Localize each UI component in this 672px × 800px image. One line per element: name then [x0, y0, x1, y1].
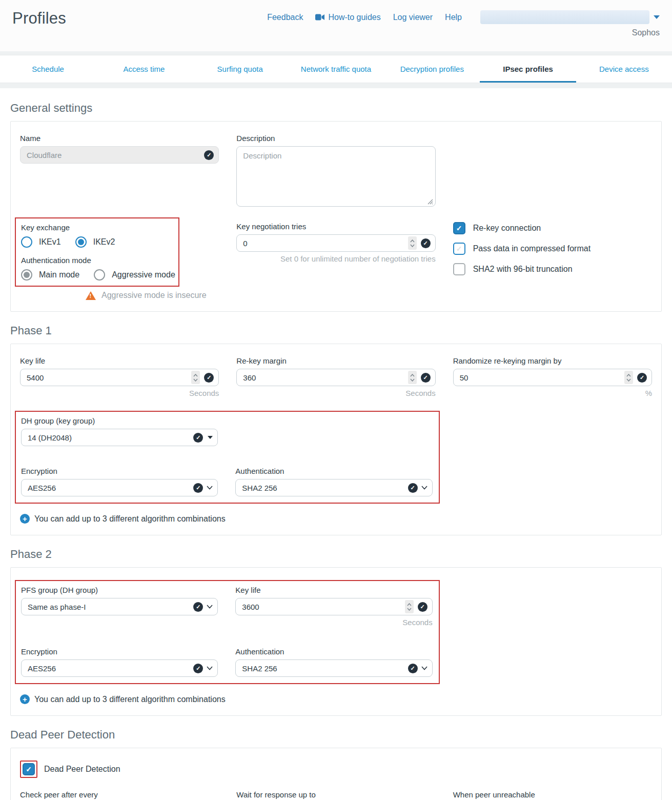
plus-icon[interactable]: +: [20, 694, 30, 704]
phase1-randomize-input[interactable]: 50 ✓: [453, 369, 652, 386]
phase1-key-life-field: Key life 5400 ✓ Seconds: [20, 356, 219, 397]
compressed-format-option[interactable]: ✓ Pass data in compressed format: [453, 243, 652, 255]
valid-check-icon: ✓: [193, 664, 203, 673]
phase1-authentication-select[interactable]: SHA2 256 ✓: [235, 479, 432, 496]
stepper-icon[interactable]: [408, 236, 417, 250]
dpd-card: ✓ Dead Peer Detection Check peer after e…: [10, 748, 662, 800]
warning-icon: [86, 291, 96, 300]
dpd-checkbox-annotation: ✓: [20, 761, 37, 778]
phase1-key-life-input[interactable]: 5400 ✓: [20, 369, 219, 386]
tab-device-access[interactable]: Device access: [576, 55, 672, 83]
page-title: Profiles: [12, 9, 66, 28]
phase2-key-life-field: Key life 3600 ✓ Seconds: [235, 586, 432, 627]
phase2-card: PFS group (DH group) Same as phase-I ✓ K…: [10, 567, 662, 716]
plus-icon[interactable]: +: [20, 514, 30, 524]
chevron-down-icon: [207, 666, 213, 670]
phase1-heading: Phase 1: [10, 324, 662, 337]
help-link[interactable]: Help: [445, 13, 462, 22]
valid-check-icon: ✓: [204, 373, 214, 383]
checkbox-disabled-icon: [453, 263, 465, 275]
phase1-encryption-field: Encryption AES256 ✓: [21, 467, 218, 496]
valid-check-icon: ✓: [408, 483, 418, 493]
phase2-heading: Phase 2: [10, 548, 662, 561]
radio-aggressive-mode: Aggressive mode: [94, 269, 175, 281]
key-exchange-annotation: Key exchange IKEv1 IKEv2 Authentication …: [15, 217, 179, 287]
valid-check-icon: ✓: [408, 664, 418, 673]
description-input[interactable]: [236, 146, 435, 207]
chevron-down-icon: [421, 486, 427, 490]
tab-surfing-quota[interactable]: Surfing quota: [192, 55, 288, 83]
key-negotiation-field: Key negotiation tries 0 ✓ Set 0 for unli…: [236, 222, 435, 263]
radio-icon[interactable]: [21, 236, 32, 248]
page-header: Profiles Feedback How-to guides Log view…: [0, 0, 672, 51]
pfs-group-field: PFS group (DH group) Same as phase-I ✓: [21, 586, 218, 627]
phase1-encryption-select[interactable]: AES256 ✓: [21, 479, 218, 496]
phase1-rekey-margin-field: Re-key margin 360 ✓ Seconds: [236, 356, 435, 397]
stepper-icon[interactable]: [624, 371, 633, 384]
dh-group-select[interactable]: 14 (DH2048) ✓: [21, 429, 218, 446]
profile-tabs: Schedule Access time Surfing quota Netwo…: [0, 55, 672, 83]
tab-decryption-profiles[interactable]: Decryption profiles: [384, 55, 480, 83]
phase1-add-combination[interactable]: + You can add up to 3 different algorith…: [20, 514, 652, 524]
log-viewer-link[interactable]: Log viewer: [393, 13, 433, 22]
radio-disabled-icon: [94, 269, 105, 281]
radio-main-mode: Main mode: [21, 269, 79, 281]
dh-group-field: DH group (key group) 14 (DH2048) ✓: [21, 416, 218, 446]
tab-network-traffic-quota[interactable]: Network traffic quota: [288, 55, 384, 83]
caret-down-icon: [208, 436, 213, 439]
account-menu[interactable]: [474, 10, 660, 24]
howto-guides-link[interactable]: How-to guides: [315, 13, 380, 22]
general-settings-heading: General settings: [10, 102, 662, 115]
phase1-algorithms-annotation: DH group (key group) 14 (DH2048) ✓ Encry…: [15, 411, 440, 504]
check-peer-field: Check peer after every 30 ✓ Seconds: [20, 790, 219, 800]
checkbox-checked-icon[interactable]: ✓: [453, 222, 465, 234]
dpd-toggle[interactable]: ✓ Dead Peer Detection: [20, 761, 652, 778]
tab-ipsec-profiles[interactable]: IPsec profiles: [480, 55, 576, 83]
radio-ikev1[interactable]: IKEv1: [21, 236, 61, 248]
radio-checked-disabled-icon: [21, 269, 32, 281]
key-exchange-label: Key exchange: [21, 223, 175, 232]
caret-down-icon: [654, 15, 660, 19]
name-input: Cloudflare ✓: [20, 146, 219, 164]
phase2-authentication-select[interactable]: SHA2 256 ✓: [235, 659, 432, 677]
checkbox-checked-icon[interactable]: ✓: [23, 763, 35, 775]
phase2-encryption-select[interactable]: AES256 ✓: [21, 659, 218, 677]
aggressive-mode-warning: Aggressive mode is insecure: [86, 291, 219, 300]
when-unreachable-field: When peer unreachable Re-initiate ✓: [453, 790, 652, 800]
stepper-icon[interactable]: [191, 371, 200, 384]
radio-ikev2[interactable]: IKEv2: [75, 236, 115, 248]
sha2-truncation-option: SHA2 with 96-bit truncation: [453, 263, 652, 275]
name-field: Name Cloudflare ✓: [20, 134, 219, 164]
valid-check-icon: ✓: [418, 602, 427, 612]
valid-check-icon: ✓: [204, 150, 214, 160]
brand-label: Sophos: [632, 28, 660, 37]
pfs-group-select[interactable]: Same as phase-I ✓: [21, 598, 218, 615]
stepper-icon[interactable]: [408, 371, 417, 384]
content-panel: General settings Name Cloudflare ✓ Descr…: [0, 88, 672, 800]
radio-checked-icon[interactable]: [75, 236, 87, 248]
phase1-card: Key life 5400 ✓ Seconds Re-key margin 36…: [10, 344, 662, 535]
account-name-redacted: [480, 10, 649, 24]
valid-check-icon: ✓: [421, 373, 431, 383]
wait-response-field: Wait for response up to 120 ✓ Seconds: [236, 790, 435, 800]
chevron-down-icon: [421, 666, 427, 670]
resize-handle-icon[interactable]: [426, 198, 433, 205]
tab-schedule[interactable]: Schedule: [0, 55, 96, 83]
valid-check-icon: ✓: [421, 238, 431, 248]
key-negotiation-input[interactable]: 0 ✓: [236, 234, 435, 252]
stepper-icon[interactable]: [405, 600, 414, 613]
tab-access-time[interactable]: Access time: [96, 55, 192, 83]
rekey-connection-option[interactable]: ✓ Re-key connection: [453, 222, 652, 234]
chevron-down-icon: [207, 605, 213, 609]
phase1-authentication-field: Authentication SHA2 256 ✓: [235, 467, 432, 496]
phase1-rekey-margin-input[interactable]: 360 ✓: [236, 369, 435, 386]
phase2-key-life-input[interactable]: 3600 ✓: [235, 598, 432, 615]
name-label: Name: [20, 134, 219, 143]
valid-check-icon: ✓: [193, 602, 203, 612]
options-column: ✓ Re-key connection ✓ Pass data in compr…: [453, 222, 652, 284]
feedback-link[interactable]: Feedback: [267, 13, 303, 22]
checkbox-unchecked-icon[interactable]: ✓: [453, 243, 465, 255]
phase1-randomize-field: Randomize re-keying margin by 50 ✓ %: [453, 356, 652, 397]
description-field: Description: [236, 134, 435, 209]
phase2-add-combination[interactable]: + You can add up to 3 different algorith…: [20, 694, 652, 704]
